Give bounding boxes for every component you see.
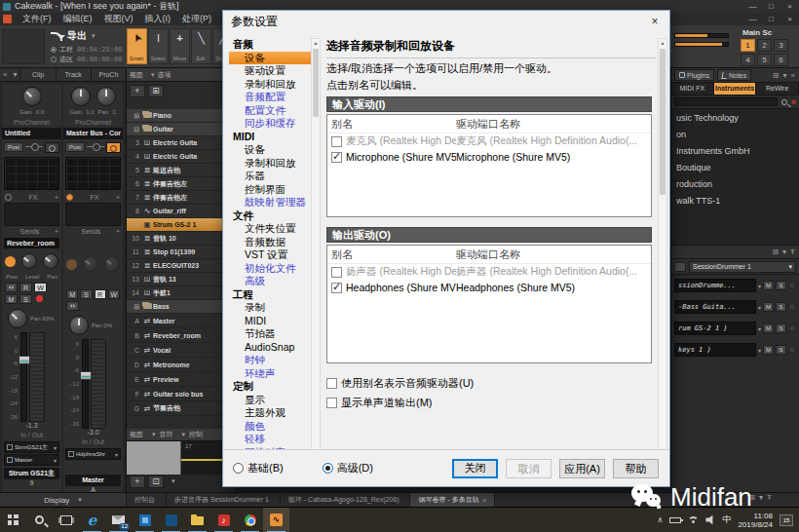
dock-icon[interactable]: ⊞	[772, 247, 779, 256]
output-selector[interactable]: HdphnsShr ▾	[65, 448, 121, 460]
track-row[interactable]: 14 手鼓1	[127, 286, 233, 300]
add-send-icon[interactable]: +	[116, 228, 120, 235]
tool-button[interactable]: Move	[170, 28, 190, 64]
device-row[interactable]: 扬声器 (Realtek High Definition Audi... 扬声器…	[327, 264, 651, 280]
notification-badge[interactable]: 15	[780, 514, 793, 526]
track-row[interactable]: B Reveber_room	[127, 328, 233, 343]
synth-row[interactable]: keys 1 ) ▾ M S	[671, 339, 799, 361]
input-selector[interactable]: StrmGS21主 ▾	[4, 441, 59, 453]
chevron-down-icon[interactable]: ▾	[758, 347, 761, 354]
screenset-button[interactable]: 6	[774, 54, 788, 66]
tree-item[interactable]: MIDI	[229, 315, 311, 328]
pin-icon[interactable]: Ŧ	[790, 247, 795, 256]
screenset-button[interactable]: 5	[757, 54, 772, 66]
device-alias[interactable]: 扬声器 (Realtek High Definition Audi...	[346, 265, 456, 279]
power-button[interactable]	[106, 142, 121, 153]
advanced-option[interactable]: 高级(D)	[323, 461, 373, 475]
dialog-title-bar[interactable]: 参数设置 ×	[223, 11, 669, 32]
close-button[interactable]: ×	[780, 0, 799, 13]
vendor-folder[interactable]: on	[676, 130, 799, 146]
zoom-fit-button[interactable]: ⊡	[148, 475, 164, 488]
tab-plug-ins[interactable]: Plugins	[674, 69, 714, 81]
tree-item[interactable]: 控制界面	[229, 183, 311, 197]
solo-button[interactable]: S	[19, 294, 32, 304]
menu-item[interactable]: 插入(I)	[139, 14, 177, 23]
chrome-button[interactable]	[237, 508, 263, 532]
photos-button[interactable]	[132, 508, 158, 532]
tree-item[interactable]: 高级	[229, 275, 311, 288]
speaker-icon[interactable]	[705, 515, 715, 525]
screenset-button[interactable]: 2	[757, 39, 772, 52]
strip-name[interactable]: Untitled	[2, 128, 61, 139]
tree-item[interactable]: 音频	[229, 38, 311, 52]
dock-icon[interactable]: ⊞	[773, 71, 780, 80]
synth-row[interactable]: ssionDrumme... ▾ M S	[671, 275, 799, 296]
fx-power-icon[interactable]	[5, 194, 12, 201]
hidden-icons-chevron[interactable]: ∧	[658, 515, 664, 524]
chevron-down-icon[interactable]: ▾	[783, 71, 787, 80]
help-button[interactable]: 帮助	[613, 459, 659, 478]
tree-item[interactable]: 同步和缓存	[229, 117, 311, 131]
app-button[interactable]	[158, 508, 184, 532]
scroll-thumb[interactable]	[313, 49, 319, 117]
menu-item[interactable]: 处理(P)	[176, 14, 217, 23]
read-button[interactable]: R	[95, 289, 106, 299]
tree-item[interactable]: 设备	[229, 52, 311, 65]
gain-knob[interactable]	[71, 87, 91, 106]
chevron-down-icon[interactable]: ▾	[758, 304, 761, 311]
mono-outputs-checkbox[interactable]	[326, 398, 337, 408]
track-row[interactable]: A Master	[127, 314, 233, 328]
search-icon[interactable]	[781, 99, 787, 105]
device-row[interactable]: 麦克风 (Realtek High Definition Audi... 麦克风…	[327, 133, 651, 149]
vendor-folder[interactable]: Boutique	[676, 163, 799, 179]
send-post-button[interactable]	[5, 256, 16, 267]
category-tab[interactable]: MIDI FX	[671, 83, 714, 95]
gain-knob[interactable]	[22, 87, 42, 106]
synth-name[interactable]: -Bass Guita...	[674, 300, 756, 314]
send-name[interactable]: Reveber_room	[4, 238, 59, 248]
synth-row[interactable]: -Bass Guita... ▾ M S	[671, 296, 799, 318]
prochannel-label[interactable]: ProChannel	[2, 117, 61, 128]
tree-item[interactable]: 驱动设置	[229, 64, 311, 78]
solo-button[interactable]: S	[776, 345, 786, 355]
freeze-button[interactable]	[788, 324, 796, 332]
view-menu[interactable]: 视图	[130, 70, 143, 80]
read-button[interactable]: R	[19, 283, 32, 292]
strip-name[interactable]: Master Bus - Cor	[63, 128, 123, 139]
view-tab[interactable]: 控制台	[127, 493, 167, 507]
tool-button[interactable]: Smart	[127, 28, 147, 64]
device-checkbox[interactable]	[331, 283, 342, 293]
battery-icon[interactable]	[669, 517, 681, 523]
tree-item[interactable]: 设备	[229, 143, 311, 157]
alias-column-header[interactable]: 别名	[331, 117, 456, 132]
export-button[interactable]: 导出 ▾	[51, 27, 127, 45]
view-tab[interactable]: 步进音序器 SessionDrummer 1	[167, 493, 281, 507]
patch-name[interactable]: Strum GS21主	[4, 468, 59, 479]
toolbar-module[interactable]	[2, 29, 45, 64]
device-row[interactable]: Microphone (Shure MV5) Microphone (Shure…	[327, 149, 651, 165]
output-selector[interactable]: Master ▾	[4, 454, 59, 466]
tree-item[interactable]: 录制和回放	[229, 78, 311, 92]
synth-name[interactable]: keys 1 )	[674, 343, 756, 357]
tree-item[interactable]: 配置文件	[229, 104, 311, 118]
tool-button[interactable]: Select	[148, 28, 169, 64]
post-button[interactable]: Post	[65, 142, 85, 152]
add-send-icon[interactable]: +	[55, 228, 58, 235]
tree-item[interactable]: 颜色	[229, 420, 311, 434]
send-pan-knob[interactable]	[43, 253, 58, 269]
notes-menu[interactable]: 音符	[160, 430, 173, 439]
add-track-button[interactable]: +	[130, 85, 145, 97]
chevron-down-icon[interactable]: ▾	[758, 283, 761, 289]
mono-outputs-option[interactable]: 显示单声道输出(M)	[326, 396, 433, 410]
mute-button[interactable]: M	[763, 323, 774, 333]
child-minimize-button[interactable]: —	[743, 14, 762, 25]
clear-search-icon[interactable]: ×	[791, 97, 796, 107]
fx-bin[interactable]	[65, 203, 121, 226]
patch-name[interactable]: Master	[65, 475, 121, 486]
track-row[interactable]: ⊞ Bass	[127, 300, 233, 314]
tree-item[interactable]: 音频数据	[229, 236, 311, 249]
tab-clip[interactable]: Clip	[19, 68, 55, 81]
project-radio[interactable]	[51, 47, 57, 53]
mute-button[interactable]: M	[763, 345, 774, 355]
menu-item[interactable]: 编辑(E)	[57, 14, 98, 23]
